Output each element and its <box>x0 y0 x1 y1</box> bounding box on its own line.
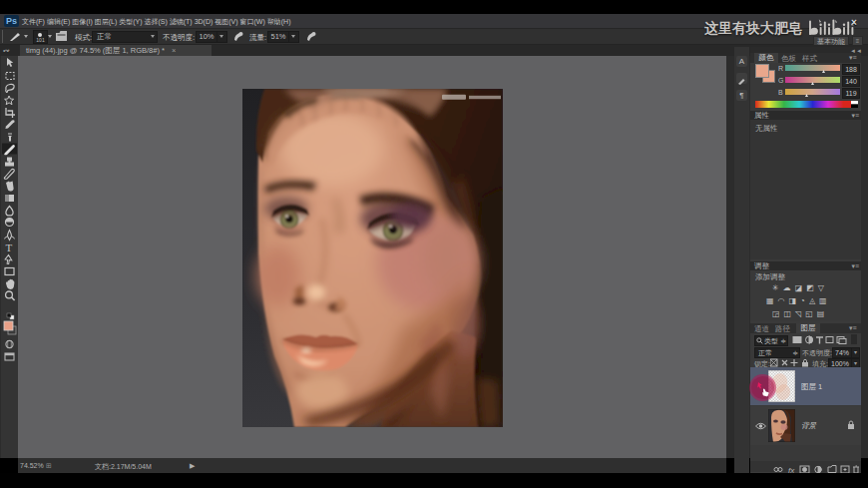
svg-text:T: T <box>6 242 13 253</box>
